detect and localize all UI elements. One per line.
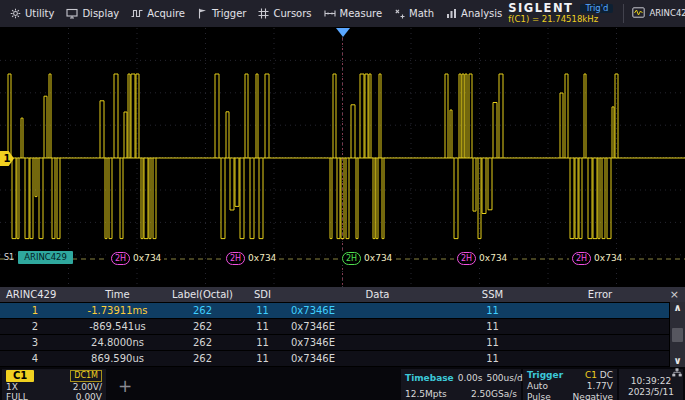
frame-tag: 2H xyxy=(111,252,130,265)
menu-trigger[interactable]: Trigger xyxy=(191,0,253,27)
table-cell: 11 xyxy=(240,337,285,348)
decode-frame: 2H0x734 xyxy=(569,251,625,265)
trigger-box[interactable]: Trigger C1 DC Auto 1.77V Pulse Negative xyxy=(523,369,617,400)
decode-frame: 2H0x734 xyxy=(339,251,395,265)
table-row[interactable]: 324.8000ns262110x7346E11 xyxy=(0,335,685,351)
timebase-title: Timebase xyxy=(405,373,454,383)
decode-table-body: 1-1.73911ms262110x7346E112-869.541us2621… xyxy=(0,303,685,367)
table-row[interactable]: 4869.590us262110x7346E11 xyxy=(0,351,685,367)
table-cell: 1 xyxy=(0,305,70,316)
topbar-menus: UtilityDisplayAcquireTriggerCursorsMeasu… xyxy=(4,0,508,27)
table-cell: 11 xyxy=(470,321,515,332)
column-header: SSM xyxy=(470,289,515,300)
table-cell: 262 xyxy=(165,321,240,332)
table-cell: 0x7346E xyxy=(285,305,470,316)
table-cell: 11 xyxy=(470,353,515,364)
decode-bus-label[interactable]: S1 ARINC429 xyxy=(4,251,73,264)
frame-tag: 2H xyxy=(342,252,361,265)
probe-ratio: 1X xyxy=(6,382,18,392)
bus-name-badge: ARINC429 xyxy=(18,251,73,264)
table-cell: -1.73911ms xyxy=(70,305,165,316)
menu-math[interactable]: Math xyxy=(388,0,440,27)
table-cell: 11 xyxy=(470,305,515,316)
column-header: Data xyxy=(285,289,470,300)
trigger-type: Pulse xyxy=(527,392,551,400)
scrollbar-thumb[interactable] xyxy=(672,328,683,342)
volt-scale: 2.00V/ xyxy=(73,382,102,392)
top-menu-bar: UtilityDisplayAcquireTriggerCursorsMeasu… xyxy=(0,0,685,28)
table-cell: 262 xyxy=(165,353,240,364)
sample-rate: 2.50GSa/s xyxy=(471,389,517,399)
math-icon xyxy=(394,8,405,19)
bus-id-label: S1 xyxy=(4,253,14,262)
decode-table-header: ARINC429TimeLabel(Octal)SDIDataSSMError xyxy=(0,287,685,303)
trigger-position-marker[interactable] xyxy=(336,28,350,37)
time-display: 10:39:22 xyxy=(631,376,671,386)
arinc429-config-button[interactable]: ARINC429 CONFIG xyxy=(623,4,685,23)
table-cell: 24.8000ns xyxy=(70,337,165,348)
channel1-trace xyxy=(8,74,618,239)
scroll-up-icon[interactable]: ∧ xyxy=(673,302,681,314)
gear-icon xyxy=(10,8,21,19)
table-cell: 869.590us xyxy=(70,353,165,364)
table-cell: -869.541us xyxy=(70,321,165,332)
decode-frame: 2H0x734 xyxy=(108,251,164,265)
menu-utility[interactable]: Utility xyxy=(4,0,60,27)
frame-value: 0x734 xyxy=(248,253,276,263)
trigger-slope: Negative xyxy=(573,392,613,400)
menu-cursors[interactable]: Cursors xyxy=(252,0,317,27)
frame-tag: 2H xyxy=(226,252,245,265)
date-display: 2023/5/11 xyxy=(628,387,674,397)
timebase-delay: 0.00s xyxy=(458,373,483,383)
waveform-plot xyxy=(0,28,685,287)
table-cell: 3 xyxy=(0,337,70,348)
network-icon xyxy=(672,368,682,379)
close-icon[interactable]: × xyxy=(667,287,682,302)
column-header: SDI xyxy=(240,289,285,300)
frame-tag: 2H xyxy=(457,252,476,265)
decode-frame: 2H0x734 xyxy=(223,251,279,265)
status-bar: C1 DC1M 1X 2.00V/ FULL 0.00V + Timebase … xyxy=(0,367,685,400)
brand-block: SIGLENT Trig'd f(C1) = 21.74518kHz xyxy=(508,2,617,25)
table-scrollbar[interactable]: ∧ ∨ xyxy=(669,302,685,367)
frame-tag: 2H xyxy=(572,252,591,265)
menu-measure[interactable]: Measure xyxy=(318,0,389,27)
table-cell: 4 xyxy=(0,353,70,364)
frame-value: 0x734 xyxy=(133,253,161,263)
column-header: Error xyxy=(515,289,685,300)
coupling-badge: DC1M xyxy=(70,370,102,382)
table-row[interactable]: 1-1.73911ms262110x7346E11 xyxy=(0,303,685,319)
column-header: Time xyxy=(70,289,165,300)
table-row[interactable]: 2-869.541us262110x7346E11 xyxy=(0,319,685,335)
trigger-flag-icon xyxy=(197,8,208,19)
analysis-icon xyxy=(446,8,457,19)
frame-value: 0x734 xyxy=(364,253,392,263)
frame-value: 0x734 xyxy=(594,253,622,263)
menu-acquire[interactable]: Acquire xyxy=(125,0,191,27)
table-cell: 0x7346E xyxy=(285,353,470,364)
display-icon xyxy=(66,8,78,19)
memory-depth: 12.5Mpts xyxy=(405,389,447,399)
decode-frame: 2H0x734 xyxy=(454,251,510,265)
crosshair-icon: + xyxy=(118,376,132,396)
statusbar-spacer xyxy=(134,369,399,400)
scope-screen-icon xyxy=(632,7,645,20)
frame-value: 0x734 xyxy=(479,253,507,263)
channel-badge: C1 xyxy=(6,370,34,382)
channel-info-box[interactable]: C1 DC1M 1X 2.00V/ FULL 0.00V xyxy=(2,369,106,400)
acquire-icon xyxy=(131,8,143,19)
table-cell: 11 xyxy=(240,353,285,364)
scroll-down-icon[interactable]: ∨ xyxy=(673,355,681,367)
menu-analysis[interactable]: Analysis xyxy=(440,0,508,27)
timebase-box[interactable]: Timebase 0.00s 500us/div 12.5Mpts 2.50GS… xyxy=(401,369,521,400)
cursors-icon xyxy=(258,8,269,19)
table-cell: 0x7346E xyxy=(285,337,470,348)
oscilloscope-screen: UtilityDisplayAcquireTriggerCursorsMeasu… xyxy=(0,0,685,400)
trigger-level: 1.77V xyxy=(587,381,613,391)
offset-value: 0.00V xyxy=(76,392,102,400)
trigger-mode: Auto xyxy=(527,381,548,391)
trigger-status-badge: Trig'd xyxy=(580,4,613,14)
config-button-label: ARINC429 CONFIG xyxy=(649,8,685,18)
column-header: Label(Octal) xyxy=(165,289,240,300)
menu-display[interactable]: Display xyxy=(60,0,125,27)
